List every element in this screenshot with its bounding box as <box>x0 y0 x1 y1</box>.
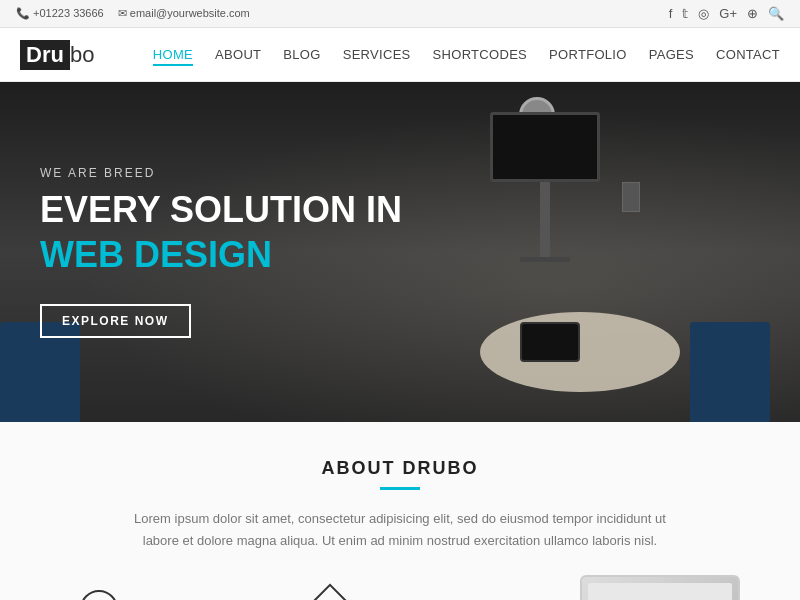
facebook-icon[interactable]: f <box>669 6 673 21</box>
about-bottom-row: ♥ GREAT SUPPORT ◆ CREATIVE DESIGN <box>60 580 740 600</box>
nav-item-contact[interactable]: CONTACT <box>716 47 780 62</box>
diamond-icon: ◆ <box>304 584 355 600</box>
logo-rest: bo <box>70 42 94 68</box>
hero-table-decoration <box>480 312 680 392</box>
nav-link-contact[interactable]: CONTACT <box>716 47 780 62</box>
feature-creative-design: ◆ CREATIVE DESIGN <box>312 590 492 600</box>
nav-link-about[interactable]: ABOUT <box>215 47 261 62</box>
hero-tv-stand <box>540 182 550 262</box>
hero-title-line1: EVERY SOLUTION IN <box>40 190 402 230</box>
twitter-icon[interactable]: 𝕥 <box>682 6 688 21</box>
nav-item-portfolio[interactable]: PORTFOLIO <box>549 47 627 62</box>
email-icon: ✉ <box>118 7 127 19</box>
top-bar: 📞 +01223 33666 ✉ email@yourwebsite.com f… <box>0 0 800 28</box>
hero-section: WE ARE BREED EVERY SOLUTION IN WEB DESIG… <box>0 82 800 422</box>
logo[interactable]: Drubo <box>20 40 94 70</box>
about-title: ABOUT DRUBO <box>60 458 740 479</box>
about-divider <box>380 487 420 490</box>
heart-icon: ♥ <box>80 590 118 600</box>
phone-icon: 📞 <box>16 7 30 19</box>
social-links: f 𝕥 ◎ G+ ⊕ 🔍 <box>669 6 784 21</box>
hero-eyebrow: WE ARE BREED <box>40 166 402 180</box>
email-info: ✉ email@yourwebsite.com <box>118 7 250 20</box>
email-address: email@yourwebsite.com <box>130 7 250 19</box>
hero-content: WE ARE BREED EVERY SOLUTION IN WEB DESIG… <box>0 166 442 338</box>
nav-item-about[interactable]: ABOUT <box>215 47 261 62</box>
web-icon[interactable]: ⊕ <box>747 6 758 21</box>
navbar: Drubo HOME ABOUT BLOG SERVICES SHORTCODE… <box>0 28 800 82</box>
google-plus-icon[interactable]: G+ <box>719 6 737 21</box>
about-body-text: Lorem ipsum dolor sit amet, consectetur … <box>120 508 680 552</box>
search-icon[interactable]: 🔍 <box>768 6 784 21</box>
nav-link-shortcodes[interactable]: SHORTCODES <box>433 47 528 62</box>
nav-link-pages[interactable]: PAGES <box>649 47 694 62</box>
hero-wall-panel <box>622 182 640 212</box>
nav-item-home[interactable]: HOME <box>153 47 193 62</box>
about-section: ABOUT DRUBO Lorem ipsum dolor sit amet, … <box>0 422 800 600</box>
mockup-screen <box>588 583 732 600</box>
about-features-left: ♥ GREAT SUPPORT ◆ CREATIVE DESIGN <box>60 580 580 600</box>
hero-title-line2: WEB DESIGN <box>40 234 402 276</box>
nav-menu: HOME ABOUT BLOG SERVICES SHORTCODES PORT… <box>153 47 780 62</box>
phone-info: 📞 +01223 33666 <box>16 7 104 20</box>
nav-link-blog[interactable]: BLOG <box>283 47 320 62</box>
nav-item-services[interactable]: SERVICES <box>343 47 411 62</box>
hero-sofa-right <box>690 322 770 422</box>
feature-great-support: ♥ GREAT SUPPORT <box>80 590 252 600</box>
nav-item-shortcodes[interactable]: SHORTCODES <box>433 47 528 62</box>
mockup-preview <box>580 575 740 600</box>
features-list: ♥ GREAT SUPPORT ◆ CREATIVE DESIGN <box>60 590 580 600</box>
instagram-icon[interactable]: ◎ <box>698 6 709 21</box>
nav-link-portfolio[interactable]: PORTFOLIO <box>549 47 627 62</box>
nav-link-services[interactable]: SERVICES <box>343 47 411 62</box>
logo-box: Dru <box>20 40 70 70</box>
hero-tablet-decoration <box>520 322 580 362</box>
hero-tv-base <box>520 257 570 262</box>
hero-tv-decoration <box>490 112 600 182</box>
nav-item-blog[interactable]: BLOG <box>283 47 320 62</box>
nav-link-home[interactable]: HOME <box>153 47 193 66</box>
nav-item-pages[interactable]: PAGES <box>649 47 694 62</box>
phone-number: +01223 33666 <box>33 7 104 19</box>
explore-now-button[interactable]: EXPLORE NOW <box>40 304 191 338</box>
top-bar-contact-info: 📞 +01223 33666 ✉ email@yourwebsite.com <box>16 7 250 20</box>
